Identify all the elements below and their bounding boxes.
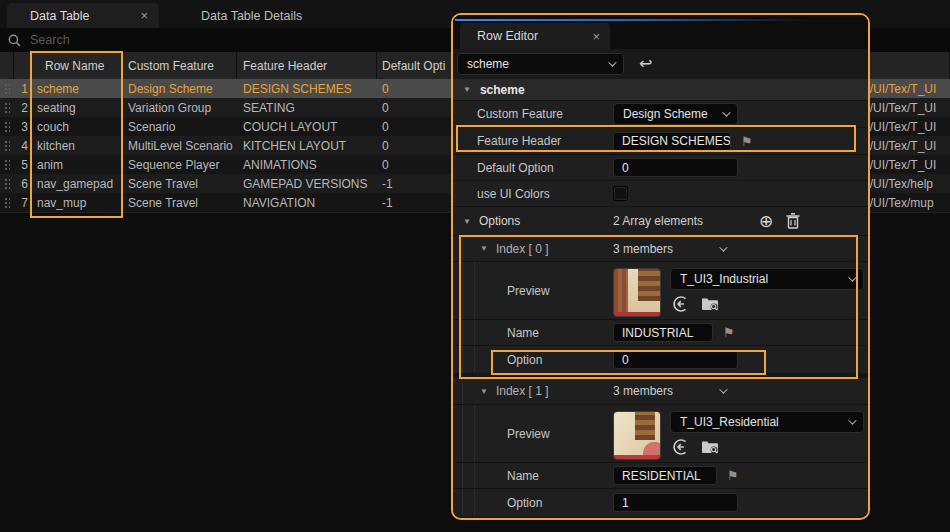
preview-row-1: Preview T_UI3_Residential	[453, 404, 868, 462]
drag-handle[interactable]	[0, 193, 14, 212]
cell-feature-header[interactable]: ANIMATIONS	[237, 155, 377, 174]
texture-thumbnail[interactable]	[613, 268, 661, 317]
cell-custom-feature[interactable]: Sequence Player	[123, 155, 237, 174]
texture-asset-dropdown[interactable]: T_UI3_Residential	[670, 411, 864, 433]
options-header[interactable]: ▼ Options	[453, 214, 613, 228]
drag-handle[interactable]	[0, 174, 14, 193]
cell-custom-feature[interactable]: Scene Travel	[123, 193, 237, 212]
index-0-label: Index [ 0 ]	[496, 242, 549, 256]
cell-row-name[interactable]: anim	[31, 155, 123, 174]
localization-flag-icon[interactable]: ⚑	[727, 468, 739, 483]
drag-handle[interactable]	[0, 98, 14, 117]
row-number: 4	[14, 136, 31, 155]
element-option-input[interactable]	[613, 350, 738, 369]
option-row-0: Option	[453, 345, 868, 373]
cell-path[interactable]: 3/UI/Tex/T_UI	[867, 155, 950, 174]
browse-to-asset-icon[interactable]	[701, 296, 720, 312]
property-row-feature-header: Feature Header ⚑	[453, 127, 868, 154]
default-option-input[interactable]	[613, 158, 738, 177]
cell-feature-header[interactable]: COUCH LAYOUT	[237, 117, 377, 136]
drag-handle[interactable]	[0, 136, 14, 155]
feature-header-input[interactable]	[613, 132, 731, 151]
cell-path[interactable]: 3/UI/Tex/T_UI	[867, 79, 950, 98]
index-1-label: Index [ 1 ]	[496, 384, 549, 398]
collapse-arrow-icon[interactable]: ▼	[480, 387, 488, 396]
chevron-down-icon	[608, 58, 616, 66]
header-row-name[interactable]: Row Name	[31, 52, 123, 79]
row-selector-dropdown[interactable]: scheme	[457, 53, 624, 75]
index-1-members: 3 members	[613, 384, 673, 398]
row-number: 7	[14, 193, 31, 212]
cell-path[interactable]: 3/UI/Tex/T_UI	[867, 136, 950, 155]
cell-path[interactable]: 3/UI/Tex/T_UI	[867, 117, 950, 136]
cell-row-name[interactable]: seating	[31, 98, 123, 117]
name-row-1: Name ⚑	[453, 462, 868, 488]
tab-data-table-details[interactable]: Data Table Details	[187, 3, 316, 28]
use-selected-asset-icon[interactable]	[672, 438, 690, 456]
use-selected-asset-icon[interactable]	[672, 295, 690, 313]
element-option-input[interactable]	[613, 493, 738, 512]
row-number: 1	[14, 79, 31, 98]
drag-handle[interactable]	[0, 79, 14, 98]
cell-row-name[interactable]: scheme	[31, 79, 123, 98]
section-header-scheme[interactable]: ▼ scheme	[453, 79, 868, 100]
cell-row-name[interactable]: nav_gamepad	[31, 174, 123, 193]
cell-custom-feature[interactable]: Scenario	[123, 117, 237, 136]
options-count: 2 Array elements	[613, 214, 703, 228]
header-feature-header[interactable]: Feature Header	[237, 52, 377, 79]
custom-feature-dropdown[interactable]: Design Scheme	[613, 103, 738, 125]
array-index-1-header[interactable]: ▼ Index [ 1 ] 3 members	[453, 378, 868, 404]
grip-icon	[4, 121, 10, 133]
chevron-down-icon[interactable]	[719, 243, 727, 251]
cell-feature-header[interactable]: DESIGN SCHEMES	[237, 79, 377, 98]
cell-feature-header[interactable]: NAVIGATION	[237, 193, 377, 212]
cell-custom-feature[interactable]: MultiLevel Scenario	[123, 136, 237, 155]
cell-custom-feature[interactable]: Design Scheme	[123, 79, 237, 98]
drag-handle[interactable]	[0, 117, 14, 136]
element-name-input[interactable]	[613, 323, 713, 342]
cell-custom-feature[interactable]: Variation Group	[123, 98, 237, 117]
header-custom-feature[interactable]: Custom Feature	[123, 52, 237, 79]
cell-row-name[interactable]: nav_mup	[31, 193, 123, 212]
cell-feature-header[interactable]: GAMEPAD VERSIONS	[237, 174, 377, 193]
search-input[interactable]	[30, 33, 330, 47]
add-element-icon[interactable]: ⊕	[759, 213, 773, 230]
collapse-arrow-icon[interactable]: ▼	[463, 85, 471, 94]
cell-path[interactable]: 3/UI/Tex/mup	[867, 193, 950, 212]
texture-asset-name: T_UI3_Industrial	[680, 272, 768, 286]
localization-flag-icon[interactable]: ⚑	[741, 134, 753, 149]
element-name-input[interactable]	[613, 466, 717, 485]
drag-handle[interactable]	[0, 155, 14, 174]
texture-asset-dropdown[interactable]: T_UI3_Industrial	[670, 268, 864, 290]
tab-data-table-label: Data Table	[30, 9, 90, 23]
tab-row-editor[interactable]: Row Editor ×	[460, 23, 610, 49]
delete-elements-icon[interactable]	[786, 213, 800, 229]
cell-row-name[interactable]: couch	[31, 117, 123, 136]
grip-icon	[4, 197, 10, 209]
close-icon[interactable]: ×	[140, 8, 148, 23]
texture-thumbnail[interactable]	[613, 411, 661, 460]
collapse-arrow-icon[interactable]: ▼	[463, 217, 471, 226]
undo-icon[interactable]: ↩	[639, 56, 652, 72]
name-row-0: Name ⚑	[453, 319, 868, 345]
collapse-arrow-icon[interactable]: ▼	[480, 244, 488, 253]
cell-row-name[interactable]: kitchen	[31, 136, 123, 155]
cell-feature-header[interactable]: KITCHEN LAYOUT	[237, 136, 377, 155]
array-index-0-header[interactable]: ▼ Index [ 0 ] 3 members	[453, 235, 868, 261]
cell-path[interactable]: 3/UI/Tex/T_UI	[867, 98, 950, 117]
close-icon[interactable]: ×	[592, 29, 600, 44]
chevron-down-icon[interactable]	[719, 385, 727, 393]
grip-icon	[4, 83, 10, 95]
browse-to-asset-icon[interactable]	[701, 439, 720, 455]
chevron-down-icon	[722, 108, 730, 116]
localization-flag-icon[interactable]: ⚑	[723, 325, 735, 340]
header-path-column	[867, 52, 950, 79]
option-label: Option	[453, 353, 613, 367]
use-ui-colors-checkbox[interactable]	[613, 186, 628, 201]
feature-header-label: Feature Header	[453, 134, 613, 148]
cell-feature-header[interactable]: SEATING	[237, 98, 377, 117]
cell-custom-feature[interactable]: Scene Travel	[123, 174, 237, 193]
grip-icon	[4, 102, 10, 114]
cell-path[interactable]: 3/UI/Tex/help	[867, 174, 950, 193]
tab-data-table[interactable]: Data Table ×	[7, 3, 159, 28]
